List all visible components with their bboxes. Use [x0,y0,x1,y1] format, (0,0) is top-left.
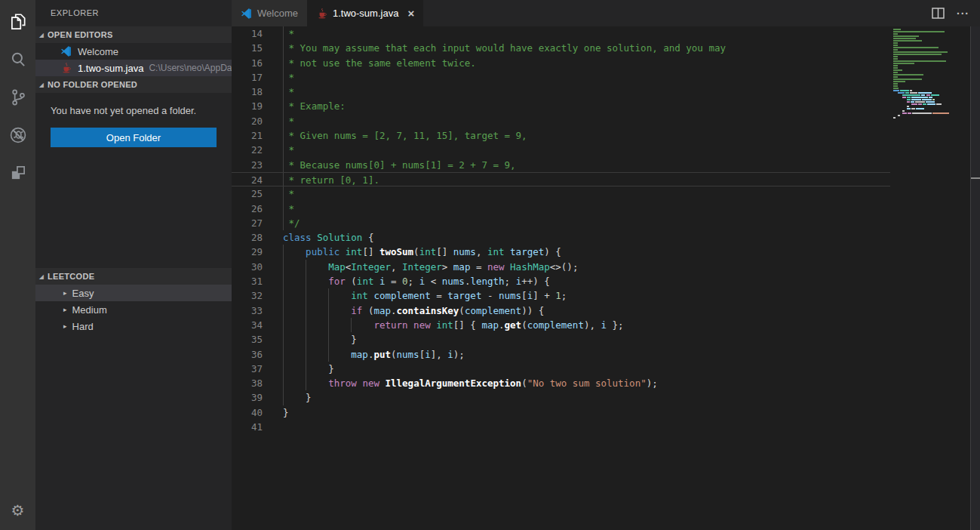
tab-welcome-label: Welcome [257,8,298,19]
code-line-22[interactable]: 22 * [232,143,890,157]
code-line-17[interactable]: 17 * [232,70,890,85]
code-line-37[interactable]: 37 } [232,362,890,376]
code-line-35[interactable]: 35 } [232,332,890,347]
code-line-29[interactable]: 29 public int[] twoSum(int[] nums, int t… [232,245,890,259]
split-editor-icon [932,8,945,19]
code-line-33[interactable]: 33 if (map.containsKey(complement)) { [232,304,890,318]
activity-extensions-button[interactable] [0,154,35,192]
minimap-row [890,45,969,46]
code-line-14[interactable]: 14 * [232,26,890,41]
line-number[interactable]: 16 [232,56,263,70]
minimap-row [890,76,969,78]
code-line-26[interactable]: 26 * [232,202,890,216]
line-number[interactable]: 37 [232,362,263,376]
line-number[interactable]: 14 [232,26,263,41]
line-number[interactable]: 33 [232,304,263,318]
code-line-16[interactable]: 16 * not use the same element twice. [232,56,890,70]
line-number[interactable]: 23 [232,158,263,172]
section-no-folder-label: NO FOLDER OPENED [48,80,137,89]
line-number[interactable]: 24 [232,173,263,187]
line-number[interactable]: 20 [232,114,263,128]
line-number[interactable]: 22 [232,143,263,157]
code-line-15[interactable]: 15 * You may assume that each input woul… [232,41,890,55]
line-number[interactable]: 21 [232,128,263,143]
code-line-20[interactable]: 20 * [232,114,890,128]
code-line-18[interactable]: 18 * [232,85,890,99]
code-line-34[interactable]: 34 return new int[] { map.get(complement… [232,318,890,332]
code-line-28[interactable]: 28class Solution { [232,230,890,245]
tab-two-sum[interactable]: 1.two-sum.java × [307,0,423,26]
minimap-row [890,81,969,82]
line-number[interactable]: 36 [232,347,263,362]
minimap-row [890,54,969,55]
code-line-30[interactable]: 30 Map<Integer, Integer> map = new HashM… [232,260,890,274]
line-number[interactable]: 32 [232,288,263,303]
debug-icon [8,125,28,145]
line-number[interactable]: 27 [232,216,263,230]
code-line-39[interactable]: 39 } [232,390,890,405]
tab-welcome[interactable]: Welcome [232,0,307,26]
code-line-25[interactable]: 25 * [232,186,890,201]
line-number[interactable]: 34 [232,318,263,332]
minimap-row [890,35,969,37]
minimap-row [890,49,969,51]
overview-ruler[interactable] [970,26,980,530]
open-folder-button[interactable]: Open Folder [51,128,217,147]
activity-source-control-button[interactable] [0,79,35,116]
minimap-row [890,33,969,35]
code-line-36[interactable]: 36 map.put(nums[i], i); [232,347,890,362]
line-number[interactable]: 18 [232,85,263,99]
line-number[interactable]: 41 [232,420,263,434]
manage-button[interactable]: ⚙ [0,495,35,525]
line-number[interactable]: 40 [232,405,263,420]
leetcode-item-medium[interactable]: ▸ Medium [35,301,232,318]
code-line-27[interactable]: 27 */ [232,216,890,230]
leetcode-item-easy[interactable]: ▸ Easy [35,285,232,301]
code-line-23[interactable]: 23 * Because nums[0] + nums[1] = 2 + 7 =… [232,158,890,172]
close-icon[interactable]: × [407,8,414,19]
code-line-38[interactable]: 38 throw new IllegalArgumentException("N… [232,376,890,390]
code-text: } [283,362,334,376]
no-folder-message: You have not yet opened a folder. [35,93,232,125]
code-line-24[interactable]: 24 * return [0, 1]. [232,172,890,186]
code-text: * [283,143,294,157]
leetcode-item-hard[interactable]: ▸ Hard [35,318,232,334]
section-open-editors[interactable]: ◢ OPEN EDITORS [35,26,232,43]
open-editor-welcome[interactable]: Welcome [35,43,232,60]
open-editor-two-sum[interactable]: 1.two-sum.java C:\Users\neo\AppDa.. [35,60,232,76]
minimap-row [890,110,969,112]
code-line-41[interactable]: 41 [232,420,890,434]
minimap-row [890,69,969,71]
minimap-row [890,85,969,87]
line-number[interactable]: 15 [232,41,263,55]
code-text: * You may assume that each input would h… [283,41,726,55]
code-line-31[interactable]: 31 for (int i = 0; i < nums.length; i++)… [232,274,890,288]
line-number[interactable]: 35 [232,332,263,347]
minimap-row [890,60,969,62]
line-number[interactable]: 29 [232,245,263,259]
more-actions-button[interactable]: ··· [957,8,969,20]
line-number[interactable]: 28 [232,230,263,245]
minimap-row [890,119,969,121]
line-number[interactable]: 19 [232,99,263,113]
section-no-folder[interactable]: ◢ NO FOLDER OPENED [35,76,232,93]
activity-explorer-button[interactable] [0,3,35,41]
code-line-32[interactable]: 32 int complement = target - nums[i] + 1… [232,288,890,303]
code-line-40[interactable]: 40} [232,405,890,420]
code-editor[interactable]: 14 *15 * You may assume that each input … [232,26,980,530]
line-number[interactable]: 30 [232,260,263,274]
line-number[interactable]: 39 [232,390,263,405]
split-editor-button[interactable] [932,8,945,19]
activity-debug-button[interactable] [0,116,35,154]
line-number[interactable]: 26 [232,202,263,216]
code-text: * [283,70,294,85]
section-leetcode[interactable]: ◢ LEETCODE [35,268,232,285]
line-number[interactable]: 25 [232,186,263,201]
code-line-19[interactable]: 19 * Example: [232,99,890,113]
code-line-21[interactable]: 21 * Given nums = [2, 7, 11, 15], target… [232,128,890,143]
line-number[interactable]: 38 [232,376,263,390]
activity-search-button[interactable] [0,41,35,79]
line-number[interactable]: 17 [232,70,263,85]
minimap[interactable] [890,29,969,122]
line-number[interactable]: 31 [232,274,263,288]
